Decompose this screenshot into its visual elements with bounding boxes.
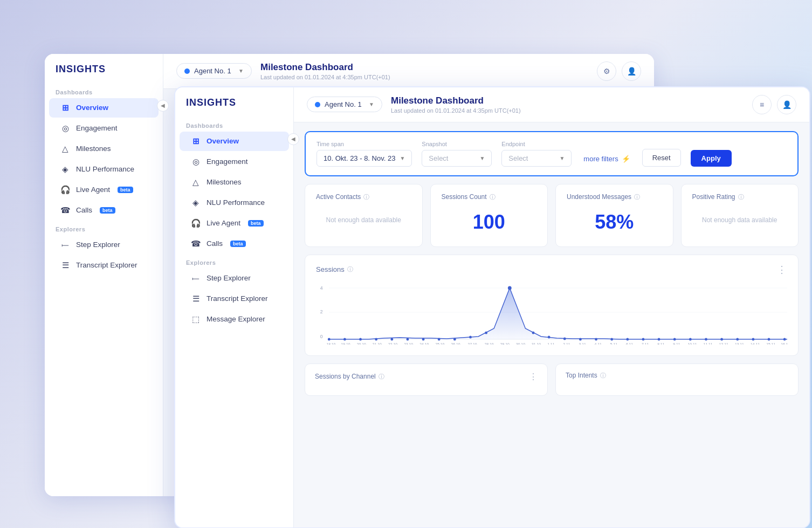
front-kpi-positive-rating-empty: Not enough data available [692,207,788,234]
back-agent-selector[interactable]: Agent No. 1 ▼ [176,63,252,79]
back-sidebar-item-nlu[interactable]: ◈ NLU Performance [49,160,159,179]
back-filter-icon-btn[interactable]: ⚙ [597,61,616,81]
front-sidebar-label-transcript: Transcript Explorer [207,294,268,303]
front-sidebar-item-live-agent[interactable]: 🎧 Live Agent beta [180,214,289,233]
svg-text:21.10: 21.10 [373,342,382,344]
back-sidebar-item-live-agent[interactable]: 🎧 Live Agent beta [49,180,159,200]
back-agent-chevron-icon: ▼ [238,68,244,74]
front-sidebar-label-step: Step Explorer [207,274,251,282]
front-sidebar-item-overview[interactable]: ⊞ Overview [180,132,289,151]
front-sessions-by-channel-menu-icon[interactable]: ⋮ [529,372,538,382]
front-sessions-by-channel-info-icon: ⓘ [379,373,384,381]
front-user-icon-btn[interactable]: 👤 [777,95,796,114]
front-kpi-active-contacts-empty: Not enough data available [316,207,411,234]
svg-point-10 [390,338,393,340]
back-sidebar-label-milestones: Milestones [76,145,111,153]
front-step-icon: ⟝ [190,273,201,283]
svg-point-21 [579,338,582,340]
front-sidebar-label-milestones: Milestones [207,178,242,186]
svg-point-8 [359,338,362,340]
svg-text:18.10: 18.10 [326,342,335,344]
svg-point-18 [532,331,535,334]
front-sidebar-label-engagement: Engagement [207,157,248,166]
front-collapse-btn[interactable]: ◀ [287,133,299,145]
front-sidebar-item-milestones[interactable]: △ Milestones [180,173,289,192]
svg-text:28.10: 28.10 [485,342,494,344]
front-overview-icon: ⊞ [190,136,201,146]
svg-text:2: 2 [320,308,323,314]
svg-text:26.10: 26.10 [451,342,460,344]
front-reset-button[interactable]: Reset [642,149,681,167]
back-sidebar-label-step: Step Explorer [76,241,120,249]
front-kpi-positive-rating: Positive Rating ⓘ Not enough data availa… [681,184,799,247]
front-topbar: Agent No. 1 ▼ Milestone Dashboard Last u… [294,87,809,122]
svg-text:8.11: 8.11 [657,342,664,344]
front-sidebar-item-step[interactable]: ⟝ Step Explorer [180,269,289,288]
front-sessions-chart-menu-icon[interactable]: ⋮ [777,264,787,276]
front-sessions-chart: Sessions ⓘ ⋮ 4 2 0 [305,255,799,356]
back-sidebar-item-engagement[interactable]: ◎ Engagement [49,119,159,138]
back-sidebar-item-calls[interactable]: ☎ Calls beta [49,201,159,220]
front-timespan-select[interactable]: 10. Okt. 23 - 8. Nov. 23 ▼ [316,150,412,167]
front-sidebar-item-engagement[interactable]: ◎ Engagement [180,152,289,172]
back-milestones-icon: △ [60,144,71,154]
front-more-filters-btn[interactable]: more filters ⚡ [581,151,632,167]
svg-point-19 [548,335,550,338]
svg-point-13 [438,338,441,340]
svg-text:4: 4 [320,285,323,290]
back-sidebar-label-live-agent: Live Agent [76,186,110,194]
front-sidebar-label-calls: Calls [207,239,223,248]
svg-point-22 [595,338,597,340]
front-kpi-active-contacts: Active Contacts ⓘ Not enough data availa… [305,184,423,247]
svg-point-25 [642,338,645,340]
back-user-icon-btn[interactable]: 👤 [622,61,641,81]
front-endpoint-select[interactable]: Select ▼ [501,150,572,167]
back-step-icon: ⟝ [60,240,71,250]
front-sidebar-item-calls[interactable]: ☎ Calls beta [180,234,289,253]
front-snapshot-select[interactable]: Select ▼ [422,150,492,167]
back-collapse-btn[interactable]: ◀ [157,100,169,112]
front-sessions-chart-info-icon: ⓘ [347,265,353,273]
front-agent-selector[interactable]: Agent No. 1 ▼ [307,97,382,112]
back-transcript-icon: ☰ [60,260,71,270]
svg-point-31 [736,338,739,340]
back-sidebar-label-transcript: Transcript Explorer [76,261,137,269]
front-apply-button[interactable]: Apply [691,150,732,167]
front-sidebar-label-overview: Overview [207,137,239,145]
svg-text:24.10: 24.10 [419,342,429,344]
front-top-intents-info-icon: ⓘ [600,372,606,380]
back-sidebar-item-step[interactable]: ⟝ Step Explorer [49,235,159,255]
front-sidebar-label-live-agent: Live Agent [207,219,240,227]
svg-point-12 [422,338,425,340]
back-dashboard-title-block: Milestone Dashboard Last updated on 01.0… [260,62,588,80]
front-kpi-sessions-count: Sessions Count ⓘ 100 [430,184,548,247]
svg-point-6 [328,338,331,340]
front-calls-badge: beta [230,241,246,247]
front-endpoint-label: Endpoint [501,141,572,147]
svg-point-26 [658,338,660,340]
svg-text:12.11: 12.11 [719,342,728,344]
back-sidebar-item-transcript[interactable]: ☰ Transcript Explorer [49,256,159,275]
front-sessions-by-channel-card: Sessions by Channel ⓘ ⋮ [305,364,548,396]
front-engagement-icon: ◎ [190,157,201,167]
svg-text:3.11: 3.11 [579,342,586,344]
back-sidebar-item-milestones[interactable]: △ Milestones [49,139,159,159]
back-sidebar-label-engagement: Engagement [76,124,118,132]
front-kpi-sessions-count-value: 100 [442,207,537,238]
front-kpi-row: Active Contacts ⓘ Not enough data availa… [305,184,799,247]
front-sidebar-item-message[interactable]: ⬚ Message Explorer [180,310,289,329]
front-agent-dot [315,102,320,107]
svg-point-9 [375,338,377,340]
svg-point-30 [720,338,723,340]
back-explorers-label: Explorers [45,221,163,235]
front-timespan-chevron-icon: ▼ [400,155,405,161]
front-sessions-chart-svg: 4 2 0 [316,280,787,345]
svg-text:0: 0 [320,333,323,339]
front-sidebar-item-nlu[interactable]: ◈ NLU Performance [180,193,289,212]
front-calls-icon: ☎ [190,239,201,249]
front-milestones-icon: △ [190,177,201,187]
front-filter-icon-btn[interactable]: ≡ [752,95,772,114]
back-sidebar-item-overview[interactable]: ⊞ Overview [49,98,159,118]
front-sidebar-item-transcript[interactable]: ☰ Transcript Explorer [180,289,289,308]
back-dashboard-title: Milestone Dashboard [260,62,588,73]
